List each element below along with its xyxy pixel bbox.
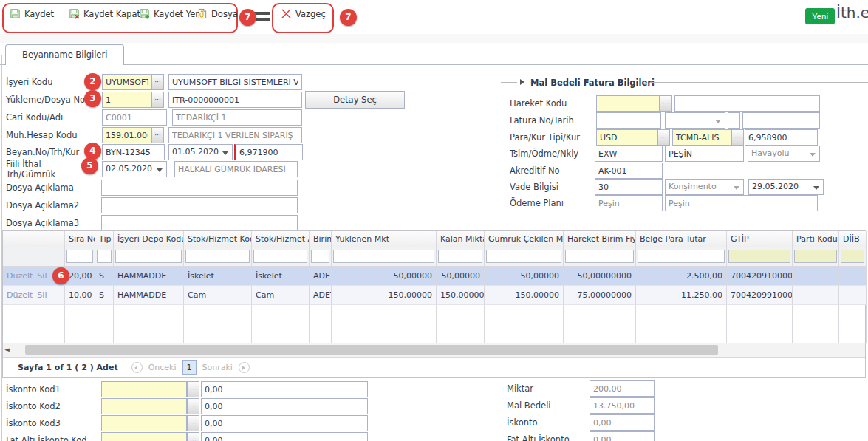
dosya-no-input[interactable] — [168, 92, 302, 108]
iskonto-kod2-input[interactable] — [101, 398, 187, 414]
col-header-stok-hizmet-ad-[interactable]: Stok/Hizmet Adı — [252, 231, 310, 247]
filter-input-5[interactable] — [253, 250, 307, 263]
col-header-parti-kodu[interactable]: Parti Kodu — [793, 231, 839, 247]
beyan-no-input[interactable] — [102, 144, 165, 160]
dosya-aciklama2-input[interactable] — [101, 197, 298, 213]
teslim-sekli-input[interactable] — [595, 146, 663, 162]
iskonto-kod3-input[interactable] — [101, 415, 187, 431]
cari-kodu-input[interactable] — [102, 109, 167, 126]
save-new-button[interactable]: Kaydet Yeni — [139, 8, 203, 19]
col-header-tip[interactable]: Tip — [95, 231, 114, 247]
fatura-tarih-select[interactable] — [665, 112, 725, 129]
col-header-belge-para-tutar[interactable]: Belge Para Tutar — [636, 231, 727, 247]
fatura-ek-input[interactable] — [742, 112, 820, 129]
fat-alti-iskonto-kod-input[interactable] — [101, 432, 187, 441]
cari-adi-input[interactable] — [172, 109, 302, 126]
vade-gun-input[interactable] — [595, 179, 663, 195]
col-header-hareket-birim-fiyat[interactable]: Hareket Birim Fiyat — [564, 231, 636, 247]
isyeri-kodu-lookup-button[interactable] — [151, 74, 164, 90]
pager-page-number[interactable]: 1 — [182, 360, 197, 375]
vade-tipi-select[interactable]: Konşimento — [665, 179, 744, 195]
kur-tipi-lookup-button[interactable] — [731, 129, 744, 146]
duzelt-link[interactable]: Düzelt — [7, 290, 33, 300]
iskonto-kod1-value[interactable] — [201, 381, 368, 397]
sil-link[interactable]: Sil — [37, 290, 47, 300]
para-birimi-input[interactable] — [596, 129, 657, 146]
table-row[interactable]: DüzeltSil20,00SHAMMADDEİskeletİskeletADE… — [3, 267, 865, 286]
kur-input[interactable] — [745, 129, 818, 146]
iskonto-kod3-lookup-button[interactable] — [187, 415, 199, 431]
sil-link[interactable]: Sil — [37, 271, 47, 281]
filter-input-12[interactable] — [728, 250, 790, 263]
duzelt-link[interactable]: Düzelt — [7, 271, 33, 281]
pager-prev-icon[interactable] — [131, 362, 143, 373]
fat-alti-iskonto-lookup-button[interactable] — [187, 432, 199, 441]
pager-prev-label[interactable]: Önceki — [148, 358, 177, 377]
vade-tarih-select[interactable]: 29.05.2020 — [748, 179, 824, 195]
odeme-plani-input1[interactable] — [595, 195, 663, 211]
fiili-ithal-tarih-select[interactable]: 02.05.2020 — [102, 161, 167, 177]
filter-input-4[interactable] — [185, 250, 250, 263]
filter-input-7[interactable] — [333, 250, 434, 263]
horizontal-scrollbar[interactable]: ◄ — [3, 343, 865, 358]
col-header-actions[interactable] — [3, 231, 65, 247]
filter-input-1[interactable] — [66, 250, 93, 263]
filter-input-3[interactable] — [115, 250, 182, 263]
col-header-stok-hizmet-kodu[interactable]: Stok/Hizmet Kodu — [184, 231, 252, 247]
detay-sec-button[interactable]: Detay Seç — [305, 91, 405, 109]
filter-input-8[interactable] — [438, 250, 482, 263]
fatura-no-input[interactable] — [596, 112, 661, 129]
col-header-g-mr-k-ekilen-mkt[interactable]: Gümrük Çekilen Mkt — [485, 231, 564, 247]
group-expand-icon[interactable] — [520, 79, 524, 85]
save-close-button[interactable]: Kaydet Kapat — [69, 8, 140, 19]
menu-handle-icon[interactable] — [254, 12, 270, 24]
tab-beyanname-bilgileri[interactable]: Beyanname Bilgileri — [5, 44, 124, 65]
iskonto-kod3-value[interactable] — [201, 415, 368, 431]
filter-input-13[interactable] — [794, 250, 837, 263]
yukleme-kodu-input[interactable] — [102, 92, 151, 108]
table-row[interactable]: DüzeltSil10,00SHAMMADDECamCamADET150,000… — [3, 286, 865, 305]
kur-tipi-input[interactable] — [672, 129, 731, 146]
mal-bedeli-value[interactable] — [590, 397, 655, 414]
hareket-kodu-lookup-button[interactable] — [660, 95, 672, 112]
isyeri-kodu-input[interactable] — [102, 74, 151, 90]
pager-next-icon[interactable] — [239, 362, 250, 373]
hareket-adi-input[interactable] — [674, 95, 820, 112]
col-header-i-yeri-depo-kodu[interactable]: İşyeri Depo Kodu — [114, 231, 184, 247]
beyan-kur-input[interactable] — [234, 144, 303, 160]
yukleme-lookup-button[interactable] — [151, 92, 164, 108]
fatura-saat-input[interactable] — [728, 112, 740, 129]
save-button[interactable]: Kaydet — [10, 8, 54, 19]
odeme-plani-input2[interactable] — [665, 195, 818, 211]
filter-input-10[interactable] — [565, 250, 634, 263]
iskonto-kod1-input[interactable] — [101, 381, 187, 397]
col-header-birim[interactable]: Birim — [310, 231, 332, 247]
iskonto-kod2-lookup-button[interactable] — [187, 398, 199, 414]
miktar-value[interactable] — [590, 380, 655, 397]
filter-input-6[interactable] — [311, 250, 329, 263]
filter-input-2[interactable] — [97, 250, 112, 263]
nakliye-select[interactable]: Havayolu — [748, 146, 820, 162]
col-header-di-i-b[interactable]: DİİB — [839, 231, 867, 247]
dosya-aciklama-input[interactable] — [101, 180, 298, 196]
new-button[interactable]: Yeni — [805, 8, 835, 24]
iskonto-kod2-value[interactable] — [201, 398, 368, 414]
para-birimi-lookup-button[interactable] — [657, 129, 670, 146]
iskonto-value[interactable] — [590, 414, 655, 431]
col-header-y-klenen-mkt[interactable]: Yüklenen Mkt — [332, 231, 437, 247]
col-header-gti-p[interactable]: GTİP — [727, 231, 793, 247]
hareket-kodu-input[interactable] — [596, 95, 660, 112]
muh-hesap-kodu-input[interactable] — [102, 127, 151, 143]
isyeri-adi-input[interactable] — [168, 74, 302, 90]
dosya-aciklama3-input[interactable] — [101, 215, 298, 231]
pager-next-label[interactable]: Sonraki — [202, 358, 233, 377]
akreditif-no-input[interactable] — [595, 163, 663, 179]
filter-input-14[interactable] — [841, 250, 864, 263]
odeme-sekli-input[interactable] — [665, 146, 744, 162]
muh-hesap-lookup-button[interactable] — [151, 127, 164, 143]
gumruk-idaresi-input[interactable] — [174, 161, 298, 177]
filter-input-9[interactable] — [486, 250, 561, 263]
muh-hesap-adi-input[interactable] — [168, 127, 302, 143]
scrollbar-thumb[interactable] — [25, 345, 718, 355]
fat-alti-iskonto-kod-value[interactable] — [201, 432, 368, 441]
